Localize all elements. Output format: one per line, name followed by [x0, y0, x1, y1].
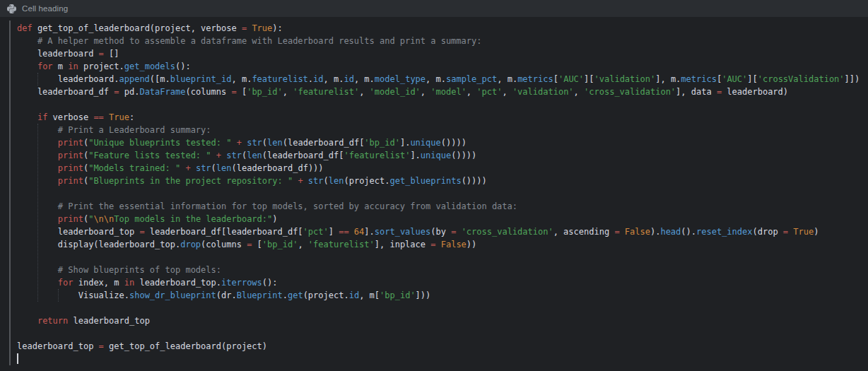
code-line[interactable]: [17, 302, 868, 314]
code-line[interactable]: return leaderboard_top: [17, 314, 868, 327]
cell-heading-label: Cell heading: [22, 4, 68, 13]
code-line[interactable]: def get_top_of_leaderboard(project, verb…: [17, 22, 868, 35]
code-line[interactable]: for m in project.get_models():: [17, 60, 868, 73]
python-icon: [7, 4, 16, 13]
code-line[interactable]: print("\n\nTop models in the leaderboard…: [17, 213, 868, 225]
code-line[interactable]: Visualize.show_dr_blueprint(dr.Blueprint…: [17, 289, 868, 302]
code-line[interactable]: leaderboard_df = pd.DataFrame(columns = …: [17, 86, 868, 98]
code-line[interactable]: [17, 251, 868, 264]
code-line[interactable]: [17, 187, 868, 200]
code-line[interactable]: leaderboard_top = leaderboard_df[leaderb…: [17, 225, 868, 238]
code-line[interactable]: leaderboard.append([m.blueprint_id, m.fe…: [17, 73, 868, 86]
code-line[interactable]: leaderboard = []: [17, 47, 868, 60]
cell-gutter-line: [9, 20, 11, 365]
code-line[interactable]: display(leaderboard_top.drop(columns = […: [17, 238, 868, 251]
code-line[interactable]: print("Feature lists tested: " + str(len…: [17, 149, 868, 162]
code-line[interactable]: print("Blueprints in the project reposit…: [17, 175, 868, 187]
indent-guide: [37, 73, 38, 86]
code-line[interactable]: print("Unique blueprints tested: " + str…: [17, 136, 868, 149]
code-line[interactable]: [17, 327, 868, 340]
code-line[interactable]: # Print the essential information for to…: [17, 200, 868, 213]
code-lines: def get_top_of_leaderboard(project, verb…: [17, 22, 868, 365]
indent-guide: [37, 124, 38, 302]
code-line[interactable]: print("Models trained: " + str(len(leade…: [17, 162, 868, 175]
code-line[interactable]: # Show blueprints of top models:: [17, 264, 868, 276]
code-line[interactable]: [17, 98, 868, 111]
code-line[interactable]: [17, 353, 868, 365]
code-line[interactable]: # A helper method to assemble a datafram…: [17, 35, 868, 47]
notebook-cell: Cell heading def get_top_of_leaderboard(…: [0, 0, 868, 371]
code-line[interactable]: leaderboard_top = get_top_of_leaderboard…: [17, 340, 868, 353]
indent-guide: [58, 289, 59, 302]
code-line[interactable]: if verbose == True:: [17, 111, 868, 124]
code-line[interactable]: for index, m in leaderboard_top.iterrows…: [17, 276, 868, 289]
cell-header: Cell heading: [0, 0, 868, 17]
code-line[interactable]: # Print a Leaderboard summary:: [17, 124, 868, 136]
code-editor[interactable]: def get_top_of_leaderboard(project, verb…: [0, 17, 868, 365]
text-cursor: [17, 353, 18, 364]
